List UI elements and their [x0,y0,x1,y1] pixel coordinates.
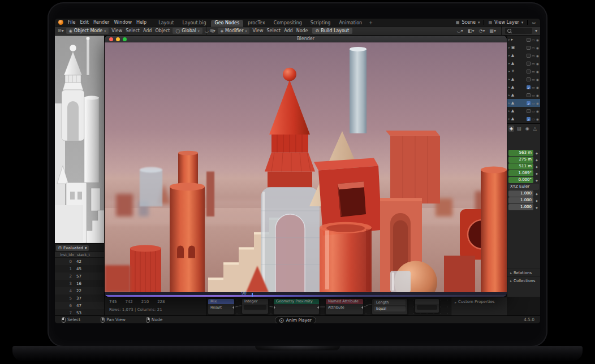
disclosure-icon[interactable]: ▸ [508,77,510,81]
outliner-checkbox[interactable] [527,70,531,73]
menu-edit[interactable]: Edit [77,20,91,25]
property-value[interactable]: 1.000 [508,197,533,203]
keyframe-decorator-icon[interactable]: ◆ [534,151,539,155]
disable-render-icon[interactable]: ◉ [536,77,539,81]
filter-icon[interactable]: ▾ [534,28,538,33]
input-socket[interactable] [273,306,276,309]
value-field[interactable] [417,305,437,310]
outliner-row[interactable]: ▸▲▭◉ [507,91,540,99]
workspace-tab-layout-big[interactable]: Layout.big [178,20,210,27]
editor-type-icon[interactable]: ⊚▾ [208,28,217,33]
menu-window[interactable]: Window [111,20,134,25]
disable-render-icon[interactable]: ◉ [536,38,539,42]
shading-icon[interactable]: ◔▾ [477,28,486,33]
disclosure-icon[interactable]: ▸ [508,38,510,41]
menu-help[interactable]: Help [134,20,149,25]
view-layer-selector[interactable]: View Layer [494,20,519,25]
outliner-checkbox[interactable] [527,62,531,66]
disclosure-icon[interactable]: ▸ [508,46,510,49]
node-geometry-proximity[interactable]: Geometry Proximity [273,298,320,315]
property-value[interactable]: 511 m [508,163,533,170]
disclosure-icon[interactable]: ▸ [508,70,510,73]
outliner-row[interactable]: ▸▲▭◉ [507,51,540,59]
workspace-tab-compositing[interactable]: Compositing [270,20,306,27]
hide-viewport-icon[interactable]: ▭ [532,46,535,50]
column-header-inst-idx[interactable]: inst_idx [55,253,77,257]
minimize-button[interactable] [116,37,120,41]
render-viewport[interactable] [105,42,507,292]
modifier-properties-tab[interactable]: ▤ [516,125,523,132]
timeline-bar[interactable] [105,295,507,297]
outliner-checkbox[interactable] [527,93,531,97]
node-integer[interactable]: Integer [242,298,269,314]
outliner-checkbox[interactable] [527,46,531,50]
compare-mode-dropdown[interactable]: Length [374,300,406,305]
viewport-menu-add[interactable]: Add [141,28,154,33]
disable-render-icon[interactable]: ◉ [536,62,539,66]
outliner-row[interactable]: ▸▲▭◉ [507,59,540,67]
node-menu-add[interactable]: Add [282,28,295,33]
node-title[interactable]: Named Attribute [326,299,363,304]
anim-player-indicator[interactable]: ✕ Anim Player [275,317,316,323]
snapping-icon[interactable]: ◡▾ [456,28,464,33]
hide-viewport-icon[interactable]: ▭ [532,93,535,97]
workspace-tab-geo-nodes[interactable]: Geo Nodes [211,20,244,27]
outliner-checkbox[interactable]: ✓ [527,101,531,105]
keyframe-decorator-icon[interactable]: ◆ [534,192,539,196]
viewport-menu-object[interactable]: Object [153,28,171,33]
outliner-row[interactable]: ▸▲✓▭◉ [507,99,540,107]
timeline-strip[interactable]: 90 [105,292,507,297]
overlays-icon[interactable]: ◧▾ [467,28,476,33]
outliner-row[interactable]: ▸▣▭◉ [507,44,540,51]
disable-render-icon[interactable]: ◉ [536,54,539,58]
node-compare[interactable]: Length Equal [372,298,408,315]
node-named-attribute[interactable]: Named Attribute Attribute [325,298,364,315]
disclosure-icon[interactable]: ▸ [508,93,510,97]
integer-value-field[interactable] [244,305,266,310]
properties-panel-header[interactable]: ▸Relations [507,268,540,276]
outliner-checkbox[interactable] [527,109,531,113]
node-title[interactable]: Geometry Proximity [274,299,319,304]
disclosure-icon[interactable]: ▸ [508,101,510,105]
disable-render-icon[interactable]: ◉ [536,46,539,50]
hide-viewport-icon[interactable]: ▭ [532,101,535,105]
outliner-checkbox[interactable]: ✓ [527,117,531,121]
disable-render-icon[interactable]: ◉ [536,117,539,121]
keyframe-decorator-icon[interactable]: ◆ [534,206,539,209]
keyframe-decorator-icon[interactable]: ◆ [534,172,539,175]
output-socket[interactable] [232,306,235,309]
disable-render-icon[interactable]: ◉ [536,109,539,113]
hide-viewport-icon[interactable]: ▭ [532,70,535,73]
property-value[interactable]: 275 m [508,157,533,163]
window-titlebar[interactable]: Blender [105,36,507,42]
keyframe-decorator-icon[interactable]: ◆ [534,165,539,168]
workspace-tab-scripting[interactable]: Scripting [307,20,335,27]
disable-render-icon[interactable]: ◉ [536,93,539,97]
disclosure-icon[interactable]: ▸ [508,109,510,112]
workspace-tab-animation[interactable]: Animation [335,20,366,27]
hide-viewport-icon[interactable]: ▭ [532,54,535,58]
node-menu-node[interactable]: Node [295,28,310,33]
data-properties-tab[interactable]: △ [532,125,538,132]
outliner-row[interactable]: ▸▲▭◉ [507,75,540,83]
close-button[interactable] [109,37,113,41]
menu-render[interactable]: Render [91,20,111,25]
hide-viewport-icon[interactable]: ▭ [532,85,535,89]
mode-selector[interactable]: ◉ Object Mode ▾ [66,28,109,34]
outliner-row[interactable]: ▸▸▭◉ [507,36,540,44]
property-value[interactable]: 0.000° [508,177,533,183]
disable-render-icon[interactable]: ◉ [536,101,539,105]
hide-viewport-icon[interactable]: ▭ [532,38,535,42]
outliner-row[interactable]: ▸▲✓▭◉ [507,83,540,91]
disable-render-icon[interactable]: ◉ [536,70,539,73]
viewport-menu-select[interactable]: Select [124,28,141,33]
orientation-selector[interactable]: ◯ Global ▾ [173,28,202,34]
node-title[interactable]: Mix [208,299,234,304]
outliner-search-input[interactable] [505,28,532,34]
compare-operation-dropdown[interactable]: Equal [374,306,406,311]
disclosure-icon[interactable]: ▸ [508,62,510,65]
outliner-checkbox[interactable] [527,77,531,81]
output-socket[interactable] [361,306,364,309]
node-small[interactable] [415,298,439,313]
column-header-stack-t[interactable]: stack_t [77,253,104,257]
